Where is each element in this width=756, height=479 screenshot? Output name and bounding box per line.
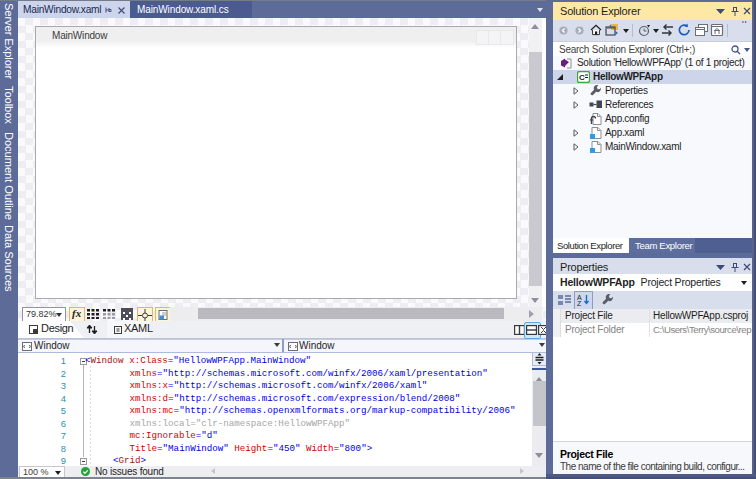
svg-text:C: C: [579, 73, 585, 82]
svg-text:Z: Z: [577, 300, 582, 306]
